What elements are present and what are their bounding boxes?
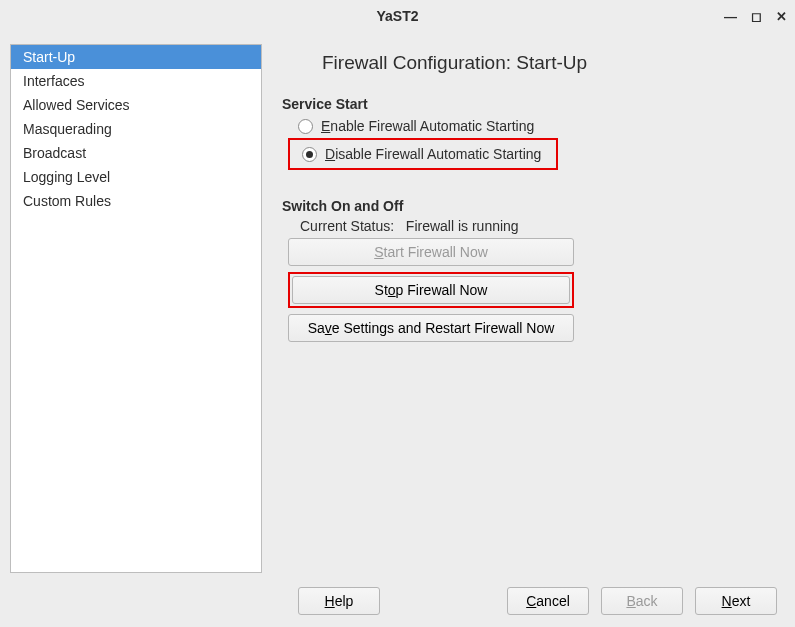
firewall-status: Current Status: Firewall is running <box>300 218 785 234</box>
maximize-icon[interactable]: ◻ <box>751 9 762 24</box>
sidebar-item-masquerading[interactable]: Masquerading <box>11 117 261 141</box>
sidebar-item-start-up[interactable]: Start-Up <box>11 45 261 69</box>
sidebar: Start-UpInterfacesAllowed ServicesMasque… <box>10 44 262 573</box>
radio-icon <box>298 119 313 134</box>
switch-heading: Switch On and Off <box>282 198 785 214</box>
cancel-button[interactable]: Cancel <box>507 587 589 615</box>
sidebar-item-custom-rules[interactable]: Custom Rules <box>11 189 261 213</box>
page-title: Firewall Configuration: Start-Up <box>322 52 785 74</box>
sidebar-item-logging-level[interactable]: Logging Level <box>11 165 261 189</box>
save-restart-button[interactable]: Save Settings and Restart Firewall Now <box>288 314 574 342</box>
enable-auto-start-label: Enable Firewall Automatic Starting <box>321 118 534 134</box>
start-firewall-button: Start Firewall Now <box>288 238 574 266</box>
disable-auto-start-radio[interactable]: Disable Firewall Automatic Starting <box>292 142 554 166</box>
minimize-icon[interactable]: — <box>724 9 737 24</box>
window-title: YaST2 <box>376 8 418 24</box>
sidebar-item-allowed-services[interactable]: Allowed Services <box>11 93 261 117</box>
stop-firewall-button[interactable]: Stop Firewall Now <box>292 276 570 304</box>
help-button[interactable]: Help <box>298 587 380 615</box>
footer: Help Cancel Back Next <box>0 583 795 627</box>
service-start-heading: Service Start <box>282 96 785 112</box>
close-icon[interactable]: ✕ <box>776 9 787 24</box>
radio-icon <box>302 147 317 162</box>
enable-auto-start-radio[interactable]: Enable Firewall Automatic Starting <box>288 114 785 138</box>
sidebar-item-broadcast[interactable]: Broadcast <box>11 141 261 165</box>
next-button[interactable]: Next <box>695 587 777 615</box>
sidebar-item-interfaces[interactable]: Interfaces <box>11 69 261 93</box>
titlebar: YaST2 — ◻ ✕ <box>0 0 795 32</box>
disable-auto-start-label: Disable Firewall Automatic Starting <box>325 146 541 162</box>
back-button: Back <box>601 587 683 615</box>
